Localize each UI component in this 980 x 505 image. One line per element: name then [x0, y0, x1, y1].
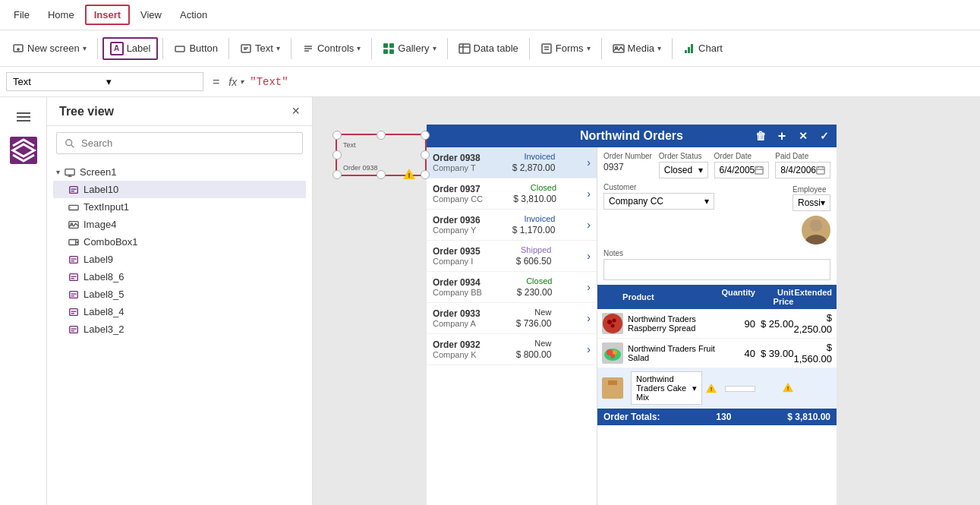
- label-tree-icon: [68, 185, 79, 195]
- nw-customer-field: Customer Company CC ▾: [603, 183, 714, 245]
- text-button[interactable]: Text ▾: [234, 39, 286, 58]
- editing-qty-input[interactable]: [725, 386, 755, 392]
- search-icon: [65, 138, 75, 149]
- tree-item-textinput1[interactable]: TextInput1: [53, 198, 306, 216]
- nw-employee-field: Employee Rossi ▾: [720, 183, 831, 245]
- order-chevron-0937: ›: [587, 188, 591, 200]
- nw-order-0934[interactable]: Order 0934 Company BB Closed $ 230.00 ›: [427, 272, 597, 303]
- new-screen-button[interactable]: New screen ▾: [6, 39, 93, 58]
- nw-customer-select[interactable]: Company CC ▾: [603, 193, 714, 210]
- nw-status-select[interactable]: Closed ▾: [659, 162, 708, 178]
- nw-notes-input[interactable]: [603, 259, 830, 280]
- menu-action[interactable]: Action: [172, 6, 215, 24]
- gallery-button[interactable]: Gallery ▾: [377, 39, 442, 58]
- nw-order-0933[interactable]: Order 0933 Company A New $ 736.00 ›: [427, 303, 597, 334]
- nw-order-0936[interactable]: Order 0936 Company Y Invoiced $ 1,170.00…: [427, 210, 597, 241]
- new-screen-icon: [12, 43, 24, 55]
- nw-order-0938[interactable]: Order 0938 Company T Invoiced $ 2,870.00…: [427, 147, 597, 178]
- combobox1-label: ComboBox1: [84, 236, 138, 248]
- separator-2: [162, 38, 163, 59]
- order-chevron-0938: ›: [587, 156, 591, 169]
- formula-value[interactable]: "Text": [250, 76, 288, 88]
- datatable-button[interactable]: Data table: [452, 39, 525, 58]
- formula-dropdown[interactable]: Text ▾: [6, 72, 203, 91]
- sidebar-hamburger[interactable]: [10, 103, 37, 131]
- svg-rect-4: [241, 45, 251, 52]
- tree-item-screen1[interactable]: ▾ Screen1: [53, 163, 306, 181]
- nw-order-0937[interactable]: Order 0937 Company CC Closed $ 3,810.00 …: [427, 178, 597, 210]
- search-input[interactable]: [81, 137, 295, 149]
- nw-close-btn[interactable]: ✕: [794, 127, 812, 145]
- paid-calendar-icon: [816, 166, 825, 175]
- menu-home[interactable]: Home: [40, 6, 82, 24]
- nw-header-actions: 🗑 + ✕ ✓: [752, 127, 833, 145]
- nw-delete-btn[interactable]: 🗑: [752, 127, 770, 145]
- svg-point-64: [810, 219, 822, 232]
- nw-order-0932[interactable]: Order 0932 Company K New $ 800.00 ›: [427, 334, 597, 365]
- tree-item-combobox1[interactable]: ComboBox1: [53, 233, 306, 251]
- screen1-label: Screen1: [80, 166, 116, 178]
- nw-paid-date-select[interactable]: 8/4/2006: [775, 162, 830, 178]
- handle-tc[interactable]: [377, 131, 386, 140]
- svg-rect-14: [459, 44, 470, 53]
- sidebar: [0, 97, 47, 505]
- handle-bc[interactable]: [377, 170, 386, 179]
- handle-bl[interactable]: [332, 170, 342, 179]
- chart-button[interactable]: Chart: [677, 39, 729, 58]
- northwind-app: Northwind Orders 🗑 + ✕ ✓: [427, 125, 837, 505]
- tree-item-label3-2[interactable]: Label3_2: [53, 320, 306, 338]
- col-product: Product: [602, 288, 717, 306]
- product-select-editing[interactable]: Northwind Traders Cake Mix ▾: [631, 371, 702, 405]
- nw-order-date-field: Order Date 6/4/2005: [714, 152, 770, 178]
- nw-products-section: Product Quantity Unit Price Extended: [597, 285, 837, 505]
- panel-title: Tree view: [59, 105, 114, 118]
- tree-item-label10[interactable]: Label10: [53, 181, 306, 198]
- tree-item-image4[interactable]: Image4: [53, 216, 306, 233]
- menu-insert[interactable]: Insert: [85, 5, 130, 25]
- svg-rect-27: [65, 169, 74, 175]
- nw-employee-select[interactable]: Rossi ▾: [793, 194, 830, 211]
- svg-point-67: [607, 320, 612, 324]
- tree-item-label8-6[interactable]: Label8_6: [53, 268, 306, 286]
- svg-rect-3: [175, 46, 184, 52]
- svg-rect-56: [755, 167, 763, 174]
- label-button[interactable]: A Label: [102, 37, 159, 60]
- nw-add-btn[interactable]: +: [773, 127, 791, 145]
- svg-marker-54: [403, 169, 415, 179]
- media-chevron: ▾: [657, 44, 661, 52]
- handle-tl[interactable]: [332, 131, 342, 140]
- calendar-icon: [755, 166, 764, 175]
- separator-1: [97, 38, 98, 59]
- selected-element-overlay[interactable]: Text Order 0938 !: [336, 134, 427, 176]
- nw-order-0935[interactable]: Order 0935 Company I Shipped $ 606.50 ›: [427, 241, 597, 272]
- svg-text:!: !: [408, 172, 411, 179]
- button-button[interactable]: Button: [168, 39, 224, 58]
- separator-3: [228, 38, 229, 59]
- controls-button[interactable]: Controls ▾: [296, 39, 367, 58]
- sidebar-layers[interactable]: [10, 137, 37, 164]
- svg-point-68: [613, 319, 616, 323]
- image-icon: [68, 219, 79, 230]
- media-button[interactable]: Media ▾: [607, 39, 667, 58]
- tree-item-label8-5[interactable]: Label8_5: [53, 286, 306, 303]
- menu-file[interactable]: File: [6, 6, 37, 24]
- nw-body: Order 0938 Company T Invoiced $ 2,870.00…: [427, 147, 837, 505]
- nw-table-header: Product Quantity Unit Price Extended: [597, 285, 837, 309]
- handle-ml[interactable]: [332, 150, 342, 159]
- menu-view[interactable]: View: [133, 6, 169, 24]
- nw-notes-field: Notes: [603, 249, 830, 280]
- order-chevron-0935: ›: [587, 250, 591, 262]
- svg-point-66: [603, 314, 622, 333]
- svg-rect-45: [70, 291, 78, 298]
- tree-item-label9[interactable]: Label9: [53, 251, 306, 268]
- nw-order-list: Order 0938 Company T Invoiced $ 2,870.00…: [427, 147, 597, 505]
- panel-close-button[interactable]: ×: [291, 103, 300, 119]
- menu-bar: File Home Insert View Action: [0, 0, 980, 30]
- nw-date-select[interactable]: 6/4/2005: [714, 162, 770, 178]
- nw-check-btn[interactable]: ✓: [815, 127, 833, 145]
- app-frame: Text Order 0938 ! Northwind Orders 🗑: [328, 112, 859, 505]
- formula-equals-sign: =: [210, 75, 222, 89]
- forms-button[interactable]: Forms ▾: [534, 39, 597, 58]
- chart-icon: [683, 43, 695, 55]
- tree-item-label8-4[interactable]: Label8_4: [53, 303, 306, 320]
